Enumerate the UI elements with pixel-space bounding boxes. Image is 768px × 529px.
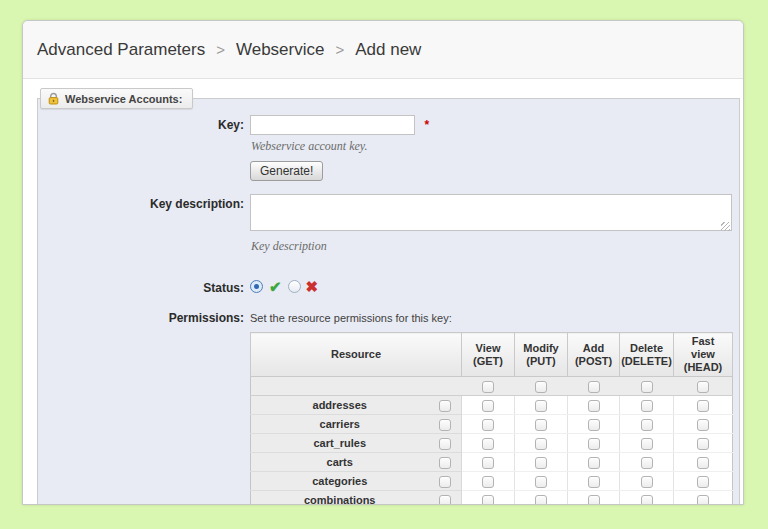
permission-checkbox[interactable] xyxy=(641,400,653,412)
check-all-columns-row xyxy=(251,377,733,396)
permission-cell xyxy=(462,415,515,434)
permission-cell xyxy=(674,434,733,453)
resource-check-all-checkbox[interactable] xyxy=(439,476,451,488)
permission-checkbox[interactable] xyxy=(588,476,600,488)
resource-check-all-checkbox[interactable] xyxy=(439,400,451,412)
permission-cell xyxy=(462,396,515,415)
permission-cell xyxy=(620,491,674,506)
content-panel: Advanced Parameters > Webservice > Add n… xyxy=(22,20,744,505)
permission-cell xyxy=(568,396,620,415)
permission-checkbox[interactable] xyxy=(588,457,600,469)
permission-cell xyxy=(674,396,733,415)
permission-checkbox[interactable] xyxy=(697,457,709,469)
check-all-fastview-checkbox[interactable] xyxy=(697,381,709,393)
check-all-cell xyxy=(462,377,515,396)
permission-checkbox[interactable] xyxy=(641,419,653,431)
permission-checkbox[interactable] xyxy=(697,495,709,505)
permission-checkbox[interactable] xyxy=(697,438,709,450)
resource-name-cell: carriers xyxy=(251,415,429,434)
permission-checkbox[interactable] xyxy=(641,476,653,488)
permissions-row: Permissions: Set the resource permission… xyxy=(38,308,739,505)
permission-checkbox[interactable] xyxy=(697,419,709,431)
resource-header-cell: Resource xyxy=(251,333,462,377)
empty-cell xyxy=(251,377,462,396)
permission-checkbox[interactable] xyxy=(482,476,494,488)
fast-view-head-header-cell: Fast view (HEAD) xyxy=(674,333,733,377)
resource-row: combinations xyxy=(251,491,733,506)
check-all-delete-checkbox[interactable] xyxy=(641,381,653,393)
key-description-row: Key description: Key description xyxy=(38,194,739,261)
permission-checkbox[interactable] xyxy=(535,438,547,450)
permissions-label: Permissions: xyxy=(38,308,250,325)
permission-checkbox[interactable] xyxy=(697,400,709,412)
resource-check-all-checkbox[interactable] xyxy=(439,457,451,469)
permission-checkbox[interactable] xyxy=(588,400,600,412)
permission-checkbox[interactable] xyxy=(641,495,653,505)
permission-cell xyxy=(515,453,568,472)
webservice-accounts-fieldset: Webservice Accounts: Key: * Webservice a… xyxy=(37,98,740,505)
key-hint: Webservice account key. xyxy=(251,139,739,154)
key-input[interactable] xyxy=(250,115,415,135)
permission-cell xyxy=(515,491,568,506)
permissions-intro: Set the resource permissions for this ke… xyxy=(250,308,739,324)
key-description-textarea[interactable] xyxy=(250,194,732,231)
permission-checkbox[interactable] xyxy=(641,438,653,450)
permission-checkbox[interactable] xyxy=(697,476,709,488)
permission-checkbox[interactable] xyxy=(482,457,494,469)
permission-cell xyxy=(462,491,515,506)
check-all-view-checkbox[interactable] xyxy=(482,381,494,393)
fieldset-legend: Webservice Accounts: xyxy=(40,88,193,109)
generate-button[interactable]: Generate! xyxy=(250,161,323,181)
permission-cell xyxy=(515,396,568,415)
permission-checkbox[interactable] xyxy=(482,438,494,450)
check-all-cell xyxy=(568,377,620,396)
permission-cell xyxy=(568,415,620,434)
permission-checkbox[interactable] xyxy=(588,438,600,450)
check-all-cell xyxy=(620,377,674,396)
check-all-add-checkbox[interactable] xyxy=(588,381,600,393)
resource-name-cell: carts xyxy=(251,453,429,472)
resource-name-cell: categories xyxy=(251,472,429,491)
status-label: Status: xyxy=(38,278,250,295)
permission-checkbox[interactable] xyxy=(535,457,547,469)
permission-cell xyxy=(515,434,568,453)
permission-cell xyxy=(674,415,733,434)
permissions-table: Resource View (GET) Modify (PUT) Add (PO… xyxy=(250,332,733,505)
permission-checkbox[interactable] xyxy=(535,419,547,431)
permission-cell xyxy=(568,472,620,491)
permission-checkbox[interactable] xyxy=(588,495,600,505)
view-get-header-cell: View (GET) xyxy=(462,333,515,377)
resource-check-all-cell xyxy=(429,472,462,491)
permission-checkbox[interactable] xyxy=(535,495,547,505)
breadcrumb-item-advanced-parameters[interactable]: Advanced Parameters xyxy=(37,40,205,60)
permission-checkbox[interactable] xyxy=(535,400,547,412)
lock-icon xyxy=(47,92,60,105)
permission-checkbox[interactable] xyxy=(535,476,547,488)
resource-check-all-checkbox[interactable] xyxy=(439,419,451,431)
permission-cell xyxy=(515,415,568,434)
permission-checkbox[interactable] xyxy=(482,419,494,431)
breadcrumb-item-webservice[interactable]: Webservice xyxy=(236,40,325,60)
status-disabled-radio[interactable] xyxy=(288,280,301,293)
permission-cell xyxy=(515,472,568,491)
resource-check-all-checkbox[interactable] xyxy=(439,438,451,450)
permission-cell xyxy=(674,491,733,506)
resource-name-cell: cart_rules xyxy=(251,434,429,453)
permission-checkbox[interactable] xyxy=(482,495,494,505)
resource-check-all-checkbox[interactable] xyxy=(439,495,451,505)
status-row: Status: ✔ ✖ xyxy=(38,278,739,295)
resource-row: categories xyxy=(251,472,733,491)
key-row: Key: * Webservice account key. Generate! xyxy=(38,115,739,181)
required-asterisk: * xyxy=(424,118,429,132)
permission-checkbox[interactable] xyxy=(588,419,600,431)
permission-checkbox[interactable] xyxy=(482,400,494,412)
resource-check-all-cell xyxy=(429,415,462,434)
resource-check-all-cell xyxy=(429,396,462,415)
status-enabled-radio[interactable] xyxy=(250,280,263,293)
resource-name-cell: combinations xyxy=(251,491,429,506)
check-all-modify-checkbox[interactable] xyxy=(535,381,547,393)
permission-cell xyxy=(674,453,733,472)
permission-checkbox[interactable] xyxy=(641,457,653,469)
check-all-cell xyxy=(515,377,568,396)
key-description-hint: Key description xyxy=(251,239,739,254)
